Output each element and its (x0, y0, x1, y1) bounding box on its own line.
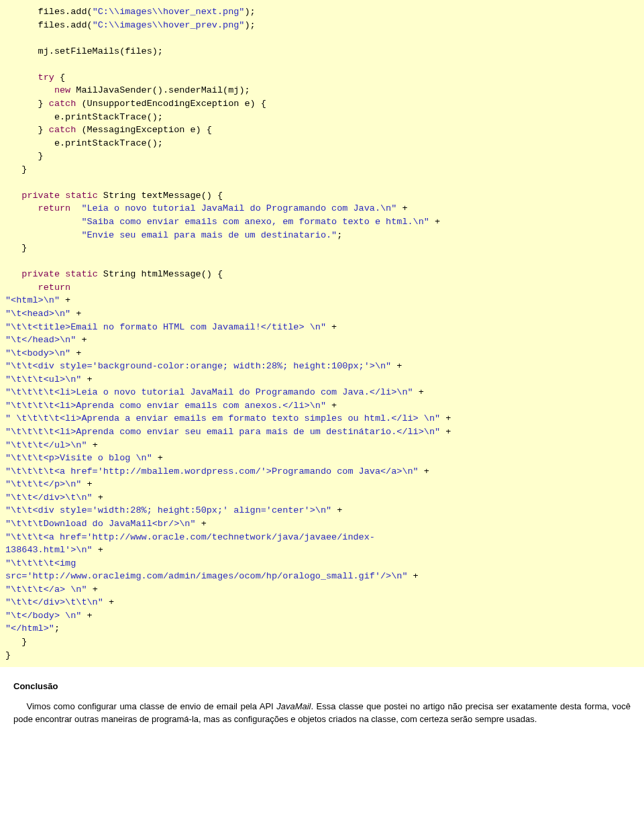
string-literal: "\t\t\t\t<li>Aprenda como enviar seu ema… (5, 427, 440, 437)
code-line: e.printStackTrace(); (5, 112, 163, 122)
plus: + (419, 466, 429, 476)
keyword-static: static (65, 269, 98, 279)
semicolon: ; (54, 623, 60, 633)
plus: + (87, 584, 98, 595)
keyword-return: return (38, 283, 71, 293)
string-literal: "\t\t\t</a> \n" (5, 584, 87, 595)
string-literal: "\t\t\t<p>Visite o blog \n" (5, 453, 152, 463)
string-literal: 138643.html'>\n" (5, 545, 93, 555)
code-line: } (5, 650, 11, 660)
string-literal: "\t<head>\n" (5, 309, 70, 319)
code-line: files.add( (5, 20, 93, 30)
conclusion-section: Conclusão Vimos como configurar uma clas… (0, 667, 644, 732)
code-text (5, 85, 54, 95)
string-literal: src='http://www.oracleimg.com/admin/imag… (5, 571, 408, 581)
plus: + (440, 427, 451, 437)
conclusion-text-a: Vimos como configurar uma classe de envi… (27, 701, 277, 711)
string-literal: "\t\t\t\t<li>Aprenda como enviar emails … (5, 401, 326, 411)
plus: + (326, 322, 337, 332)
string-literal: "\t\t\t\t<a href='http://mballem.wordpre… (5, 466, 419, 476)
keyword-new: new (54, 85, 70, 95)
string-literal: "C:\\images\\hover_next.png" (93, 7, 245, 17)
plus: + (70, 348, 81, 358)
string-literal: "\t\t\t</p>\n" (5, 479, 81, 489)
plus: + (93, 545, 103, 555)
code-text (60, 191, 65, 201)
string-literal: "C:\\images\\hover_prev.png" (93, 20, 245, 30)
keyword-private: private (21, 191, 60, 201)
string-literal: "Leia o novo tutorial JavaMail do Progra… (81, 203, 396, 213)
keyword-try: try (38, 72, 54, 83)
plus: + (81, 479, 92, 489)
code-text: MailJavaSender().senderMail(mj); (70, 85, 250, 95)
code-text: String textMessage() { (98, 191, 223, 201)
conclusion-italic: JavaMail (276, 701, 311, 711)
string-literal: "\t\t\t<ul>\n" (5, 374, 81, 385)
plus: + (391, 361, 402, 371)
plus: + (81, 374, 92, 385)
plus: + (326, 401, 337, 411)
string-literal: "\t\t\t</ul>\n" (5, 440, 87, 450)
string-literal: "\t\t<div style='background-color:orange… (5, 361, 391, 371)
string-literal: "Envie seu email para mais de um destina… (81, 230, 337, 240)
plus: + (70, 309, 81, 319)
string-literal: "\t\t\t<a href='http://www.oracle.com/te… (5, 532, 375, 542)
code-text: ); (244, 7, 255, 17)
plus: + (440, 413, 451, 423)
string-literal: "\t</head>\n" (5, 335, 76, 345)
code-text: { (54, 72, 65, 83)
code-text: (UnsupportedEncodingException e) { (76, 99, 266, 109)
plus: + (196, 519, 207, 529)
code-text: + (429, 217, 440, 227)
string-literal: "Saiba como enviar emails com anexo, em … (81, 217, 429, 227)
code-text (5, 230, 81, 240)
string-literal: "\t\t\t\t<li>Leia o novo tutorial JavaMa… (5, 387, 413, 397)
plus: + (87, 440, 98, 450)
string-literal: "</html>" (5, 623, 54, 633)
code-line: } (5, 243, 27, 253)
string-literal: " \t\t\t\t<li>Aprenda a enviar emails em… (5, 413, 440, 423)
plus: + (60, 295, 70, 305)
conclusion-heading: Conclusão (13, 680, 631, 693)
code-text: + (396, 203, 407, 213)
plus: + (81, 611, 92, 621)
conclusion-paragraph: Vimos como configurar uma classe de envi… (13, 701, 631, 725)
plus: + (152, 453, 163, 463)
code-text (5, 191, 21, 201)
code-line: e.printStackTrace(); (5, 138, 163, 148)
keyword-catch: catch (49, 125, 76, 135)
plus: + (76, 335, 87, 345)
code-text (5, 269, 21, 279)
code-text (5, 283, 38, 293)
code-line: mj.setFileMails(files); (5, 46, 163, 56)
code-text: (MessagingException e) { (76, 125, 212, 135)
keyword-catch: catch (49, 99, 76, 109)
code-line: } (5, 637, 27, 647)
string-literal: "<html>\n" (5, 295, 60, 305)
code-text: } (5, 99, 49, 109)
string-literal: "\t<body>\n" (5, 348, 70, 358)
plus: + (408, 571, 419, 581)
keyword-private: private (21, 269, 60, 279)
string-literal: "\t\t<title>Email no formato HTML com Ja… (5, 322, 326, 332)
string-literal: "\t\t<div style='width:28%; height:50px;… (5, 505, 331, 515)
code-text: String htmlMessage() { (98, 269, 223, 279)
plus: + (93, 493, 103, 503)
code-text (5, 72, 38, 83)
code-text: ); (244, 20, 255, 30)
code-line: } (5, 164, 27, 174)
code-text (5, 217, 81, 227)
code-line: } (5, 151, 44, 161)
code-text (5, 203, 38, 213)
string-literal: "\t\t\tDownload do JavaMail<br/>\n" (5, 519, 196, 529)
code-text: ; (337, 230, 342, 240)
code-text: } (5, 125, 49, 135)
keyword-static: static (65, 191, 98, 201)
code-text (70, 203, 81, 213)
string-literal: "\t\t</div>\t\n" (5, 493, 93, 503)
plus: + (413, 387, 424, 397)
keyword-return: return (38, 203, 71, 213)
code-line: files.add( (5, 7, 93, 17)
code-block: files.add("C:\\images\\hover_next.png");… (0, 0, 644, 667)
string-literal: "\t\t</div>\t\t\n" (5, 597, 103, 607)
